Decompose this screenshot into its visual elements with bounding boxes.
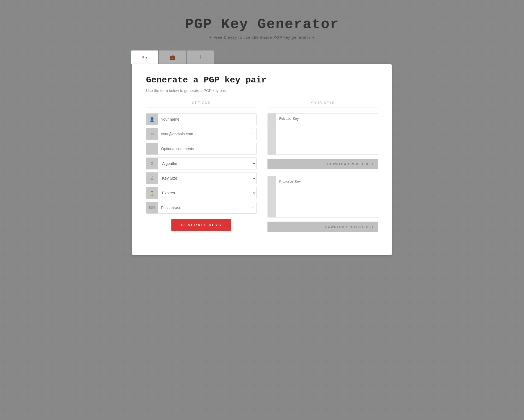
keyboard-icon: ⌨ — [149, 205, 155, 210]
private-key-area: 🗝 — [267, 176, 378, 218]
private-key-textarea[interactable] — [276, 176, 378, 217]
passphrase-required-marker: • — [252, 206, 256, 210]
download-private-key-button[interactable]: DOWNLOAD PRIVATE KEY — [267, 222, 378, 232]
card-subtitle: Use the form below to generate a PGP key… — [146, 88, 378, 93]
hourglass-icon: ⌛ — [149, 190, 155, 196]
page-header: PGP Key Generator Free & easy to use cli… — [185, 16, 339, 40]
keysize-row: 🔬 Key Size 1024 2048 4096 — [146, 172, 257, 184]
tab-info[interactable]: i — [187, 50, 214, 64]
passphrase-icon-box: ⌨ — [146, 202, 158, 213]
columns: OPTIONS 👤 • ✉ • i — [146, 101, 378, 239]
algorithm-select[interactable]: Algorithm RSA DSA ECC — [158, 158, 256, 169]
public-key-icon: 🗝 — [270, 118, 274, 122]
keys-header: YOUR KEYS — [267, 101, 378, 108]
keysize-select[interactable]: Key Size 1024 2048 4096 — [158, 172, 256, 184]
download-public-key-button[interactable]: DOWNLOAD PUBLIC KEY — [267, 159, 378, 169]
public-key-textarea[interactable] — [276, 114, 378, 154]
user-icon-box: 👤 — [146, 114, 158, 125]
email-required-marker: • — [252, 132, 256, 136]
generate-keys-button[interactable]: GENERATE KEYS — [171, 219, 231, 231]
card-title: Generate a PGP key pair — [146, 75, 378, 85]
comment-row: i — [146, 143, 257, 155]
info-field-icon: i — [151, 146, 153, 152]
email-input[interactable] — [158, 128, 252, 140]
passphrase-row: ⌨ • — [146, 202, 257, 214]
options-column: OPTIONS 👤 • ✉ • i — [146, 101, 257, 239]
gear-icon: ⚙ — [150, 161, 154, 166]
comment-input[interactable] — [158, 143, 256, 154]
tabs-container: 🗝 💼 i — [131, 50, 390, 64]
info-icon: i — [200, 54, 201, 61]
user-icon: 👤 — [149, 117, 155, 122]
algorithm-row: ⚙ Algorithm RSA DSA ECC — [146, 157, 257, 169]
public-key-area: 🗝 — [267, 113, 378, 155]
comment-icon-box: i — [146, 143, 158, 154]
expires-row: ⌛ Expires 1 year 2 years Never — [146, 187, 257, 199]
email-row: ✉ • — [146, 128, 257, 140]
expires-icon-box: ⌛ — [146, 187, 158, 199]
passphrase-input[interactable] — [158, 202, 252, 213]
keysize-icon-box: 🔬 — [146, 172, 158, 184]
email-icon-box: ✉ — [146, 128, 158, 140]
name-row: 👤 • — [146, 113, 257, 125]
briefcase-icon: 💼 — [169, 54, 175, 60]
algorithm-icon-box: ⚙ — [146, 158, 158, 169]
public-key-icon-box: 🗝 — [268, 114, 276, 154]
flask-icon: 🔬 — [150, 176, 154, 180]
page-title: PGP Key Generator — [185, 16, 339, 32]
options-header: OPTIONS — [146, 101, 257, 108]
expires-select[interactable]: Expires 1 year 2 years Never — [158, 187, 256, 199]
key-icon: 🗝 — [142, 54, 148, 61]
tab-generate[interactable]: 🗝 — [131, 50, 158, 64]
main-card: Generate a PGP key pair Use the form bel… — [132, 64, 392, 255]
name-required-marker: • — [252, 117, 256, 121]
private-key-icon: 🗝 — [270, 180, 274, 185]
keys-column: YOUR KEYS 🗝 DOWNLOAD PUBLIC KEY 🗝 DOWNLO… — [267, 101, 378, 239]
name-input[interactable] — [158, 114, 252, 125]
tab-keyring[interactable]: 💼 — [159, 50, 186, 64]
private-key-icon-box: 🗝 — [268, 176, 276, 217]
page-subtitle: Free & easy to use client-side PGP key g… — [185, 35, 339, 40]
email-icon: ✉ — [150, 132, 154, 137]
